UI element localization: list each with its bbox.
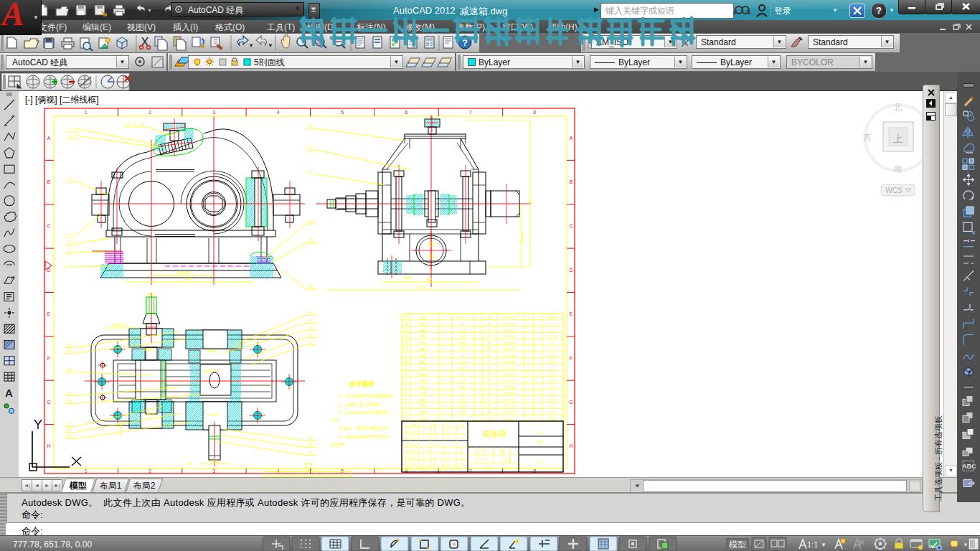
svg-text:1: 1: [528, 329, 530, 332]
svg-text:Q235: Q235: [459, 329, 467, 332]
svg-text:1: 1: [68, 262, 71, 266]
svg-text:HT200: HT200: [548, 354, 557, 357]
svg-text:210: 210: [418, 285, 425, 289]
svg-text:设: 设: [405, 449, 408, 453]
svg-text:Q235: Q235: [549, 372, 557, 376]
svg-text:1: 1: [445, 316, 447, 319]
svg-text:8: 8: [405, 372, 407, 376]
svg-text:上: 上: [893, 133, 903, 144]
svg-text:4、旋转过程中无不正常的: 4、旋转过程中无不正常的: [339, 434, 389, 440]
svg-text:1: 1: [528, 372, 530, 376]
svg-text:6: 6: [405, 110, 408, 115]
svg-text:23: 23: [308, 443, 313, 447]
svg-text:2: 2: [445, 354, 447, 357]
svg-text:符号: 符号: [537, 431, 544, 435]
svg-text:名: 名: [422, 436, 425, 440]
svg-text:24: 24: [308, 451, 313, 455]
svg-text:2: 2: [445, 398, 447, 402]
svg-text:7: 7: [405, 379, 407, 382]
svg-text:65Mn: 65Mn: [549, 316, 557, 319]
svg-text:GB/T2742: GB/T2742: [503, 398, 517, 402]
svg-text:45: 45: [551, 367, 555, 370]
svg-text:6: 6: [405, 385, 407, 389]
svg-text:▼: ▼: [963, 542, 969, 548]
svg-text:32: 32: [487, 329, 491, 332]
svg-text:A: A: [5, 387, 13, 399]
svg-text:签名: 签名: [485, 466, 491, 469]
svg-text:E: E: [570, 311, 573, 316]
svg-text:名: 名: [447, 462, 450, 466]
svg-text:28: 28: [487, 354, 491, 357]
svg-text:设: 设: [434, 436, 438, 440]
svg-text:轴承: 轴承: [420, 404, 427, 408]
svg-text:螺栓: 螺栓: [420, 385, 427, 389]
svg-text:HT200: HT200: [458, 316, 468, 319]
svg-text:名: 名: [413, 436, 416, 440]
svg-text:6: 6: [445, 404, 447, 408]
svg-text:北: 北: [893, 103, 902, 113]
svg-text:6: 6: [445, 385, 447, 389]
svg-text:设: 设: [405, 462, 408, 466]
svg-text:设: 设: [405, 430, 408, 433]
svg-text:▼: ▼: [821, 542, 826, 548]
svg-text:M12: M12: [148, 292, 155, 296]
svg-text:名: 名: [422, 449, 425, 453]
svg-text:22: 22: [308, 436, 313, 441]
svg-text:轴承: 轴承: [420, 417, 427, 420]
svg-text:WCS: WCS: [885, 187, 903, 194]
svg-text:1: 1: [85, 468, 88, 474]
svg-text:12: 12: [404, 347, 408, 351]
svg-text:26: 26: [487, 367, 491, 370]
svg-text:6: 6: [445, 322, 447, 326]
svg-text:GB/T1143: GB/T1143: [503, 322, 517, 326]
svg-text:Q235: Q235: [459, 379, 467, 382]
svg-text:F: F: [47, 356, 50, 361]
svg-text:35: 35: [551, 404, 555, 408]
svg-text:17: 17: [308, 311, 313, 315]
svg-text:1: 1: [528, 410, 530, 414]
svg-text:20: 20: [487, 404, 491, 408]
svg-text:螺栓: 螺栓: [420, 347, 427, 351]
svg-text:螺栓: 螺栓: [420, 372, 427, 376]
svg-text:1: 1: [85, 110, 88, 115]
svg-text:8: 8: [445, 379, 447, 382]
svg-text:4: 4: [68, 232, 71, 237]
svg-text:GB/T3625: GB/T3625: [503, 372, 517, 376]
svg-text:GB/T8986: GB/T8986: [503, 316, 517, 319]
svg-text:螺栓: 螺栓: [420, 410, 427, 414]
svg-text:1: 1: [528, 417, 530, 420]
svg-text:7: 7: [469, 110, 472, 115]
svg-text:名: 名: [413, 423, 416, 427]
svg-text:▼: ▼: [248, 42, 254, 49]
svg-text:45: 45: [461, 322, 465, 326]
svg-text:1、结合面处不应有渗漏现象；: 1、结合面处不应有渗漏现象；: [339, 393, 397, 399]
svg-text:27: 27: [67, 422, 72, 426]
svg-text:GB/T6058: GB/T6058: [503, 367, 517, 370]
svg-text:设: 设: [405, 456, 408, 459]
svg-text:轴承: 轴承: [420, 341, 427, 344]
svg-text:C: C: [47, 223, 51, 228]
svg-text:65Mn: 65Mn: [549, 398, 557, 402]
svg-text:HT150: HT150: [458, 367, 468, 370]
svg-text:ø40k6: ø40k6: [207, 349, 217, 353]
svg-text:名: 名: [447, 456, 450, 459]
svg-text:2: 2: [405, 410, 407, 414]
svg-text:M2: M2: [187, 461, 192, 466]
svg-text:南: 南: [894, 164, 903, 174]
svg-text:▼: ▼: [147, 8, 152, 13]
svg-text:日期: 日期: [504, 466, 509, 469]
svg-text:21: 21: [487, 398, 491, 402]
svg-text:名: 名: [413, 462, 416, 466]
svg-text:3HC/M12: 3HC/M12: [119, 422, 123, 436]
svg-text:设: 设: [434, 443, 438, 446]
svg-text:25: 25: [487, 372, 491, 376]
svg-text:13: 13: [308, 171, 314, 175]
svg-text:名: 名: [422, 430, 425, 433]
svg-text:螺栓: 螺栓: [420, 322, 427, 326]
svg-text:轴承: 轴承: [420, 392, 427, 395]
svg-text:GB/T7064: GB/T7064: [503, 360, 517, 364]
svg-text:19: 19: [308, 326, 313, 330]
svg-text:18: 18: [308, 319, 313, 323]
svg-text:7: 7: [69, 127, 72, 131]
svg-text:GB/T4484: GB/T4484: [503, 354, 517, 357]
